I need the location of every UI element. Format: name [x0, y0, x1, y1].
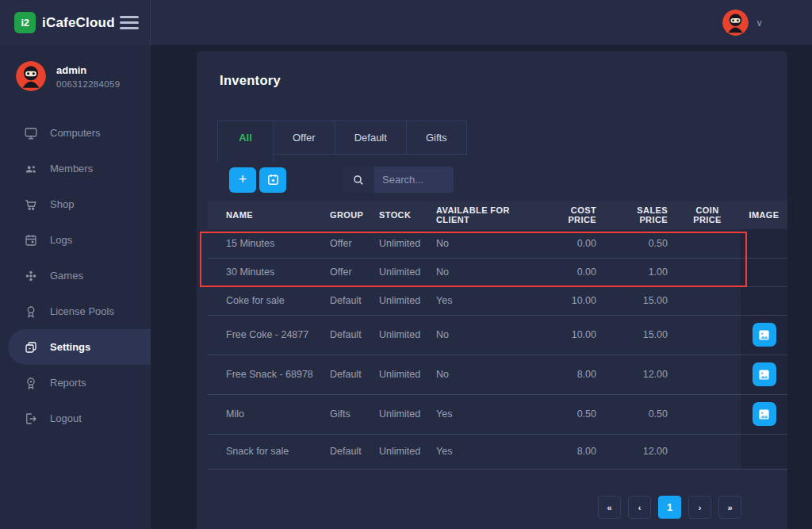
sidebar-item-label: Settings	[50, 341, 90, 353]
pagination-last-button[interactable]: »	[718, 496, 741, 519]
user-avatar[interactable]	[722, 10, 749, 36]
cell-image	[741, 286, 787, 315]
table-row: 15 Minutes Offer Unlimited No 0.00 0.50	[208, 229, 787, 258]
view-image-button[interactable]	[753, 402, 776, 426]
table-row: Coke for sale Default Unlimited Yes 10.0…	[208, 286, 787, 315]
user-avatar	[16, 61, 46, 91]
inventory-toolbar: +	[229, 167, 454, 193]
cell-sales: 12.00	[603, 355, 674, 394]
cell-available: No	[430, 315, 547, 355]
sidebar-item-members[interactable]: Members	[0, 151, 151, 186]
col-available: AVAILABLE FOR CLIENT	[430, 201, 547, 229]
sidebar-item-label: Games	[50, 270, 83, 282]
tab-default[interactable]: Default	[335, 121, 407, 155]
cell-name: Snack for sale	[208, 434, 324, 469]
cell-group: Default	[324, 434, 373, 469]
search-button[interactable]	[343, 167, 374, 193]
award-icon	[24, 305, 38, 319]
view-image-button[interactable]	[753, 323, 776, 347]
view-image-button[interactable]	[753, 362, 776, 386]
add-item-button[interactable]: +	[229, 167, 256, 193]
cell-cost: 0.00	[547, 229, 603, 258]
calendar-add-button[interactable]	[259, 167, 286, 193]
cell-stock: Unlimited	[373, 355, 430, 394]
table-row: Free Coke - 24877 Default Unlimited No 1…	[208, 315, 787, 355]
tab-offer[interactable]: Offer	[273, 121, 335, 155]
col-image: IMAGE	[741, 201, 787, 229]
cell-name: Milo	[208, 394, 324, 434]
tab-all[interactable]: All	[217, 121, 274, 162]
cell-coin	[674, 434, 741, 469]
chevron-down-icon[interactable]: ∨	[756, 17, 763, 29]
cell-stock: Unlimited	[373, 258, 430, 286]
sidebar-item-shop[interactable]: Shop	[0, 186, 151, 222]
sidebar-item-label: Logs	[50, 234, 72, 246]
sidebar-item-settings[interactable]: Settings	[8, 329, 151, 365]
cart-icon	[24, 197, 38, 212]
cell-stock: Unlimited	[373, 315, 430, 355]
page-title: Inventory	[220, 73, 281, 88]
brand-area: i2 iCafeCloud	[0, 0, 151, 45]
cell-image	[741, 434, 787, 469]
search-input[interactable]	[374, 167, 454, 193]
monitor-icon	[24, 126, 38, 140]
sidebar-item-logout[interactable]: Logout	[0, 401, 151, 436]
cell-stock: Unlimited	[373, 434, 430, 469]
col-cost-price: COST PRICE	[547, 201, 603, 229]
cell-image	[741, 229, 787, 258]
app-logo-icon: i2	[14, 12, 36, 33]
col-sales-price: SALES PRICE	[603, 201, 674, 229]
topbar: i2 iCafeCloud ∨	[0, 0, 812, 45]
brand-name: iCafeCloud	[42, 15, 115, 31]
cell-cost: 0.00	[547, 258, 603, 286]
pagination-prev-button[interactable]: ‹	[628, 496, 651, 519]
cell-available: Yes	[430, 434, 547, 469]
cell-group: Gifts	[324, 394, 373, 434]
sidebar-item-logs[interactable]: Logs	[0, 222, 151, 258]
cell-sales: 0.50	[603, 394, 674, 434]
layers-icon	[24, 340, 38, 355]
logout-icon	[24, 412, 38, 426]
sidebar-item-license-pools[interactable]: License Pools	[0, 293, 151, 329]
table-row: Milo Gifts Unlimited Yes 0.50 0.50	[208, 394, 787, 434]
calendar-icon	[24, 233, 38, 247]
sidebar-item-games[interactable]: Games	[0, 258, 151, 293]
hamburger-menu-icon[interactable]	[120, 13, 139, 33]
sidebar-item-label: Computers	[50, 127, 101, 139]
cell-group: Default	[324, 286, 373, 315]
games-icon	[24, 269, 38, 283]
cell-coin	[674, 229, 741, 258]
cell-coin	[674, 258, 741, 286]
cell-stock: Unlimited	[373, 229, 430, 258]
cell-sales: 12.00	[603, 434, 674, 469]
sidebar-item-reports[interactable]: Reports	[0, 365, 151, 401]
cell-image	[741, 394, 787, 434]
table-row: Free Snack - 68978 Default Unlimited No …	[208, 355, 787, 394]
cell-group: Offer	[324, 229, 373, 258]
pagination-first-button[interactable]: «	[598, 496, 621, 519]
pagination-page-1-button[interactable]: 1	[658, 496, 681, 519]
cell-cost: 10.00	[547, 286, 603, 315]
report-badge-icon	[24, 376, 38, 390]
cell-group: Offer	[324, 258, 373, 286]
topbar-user-menu[interactable]: ∨	[722, 10, 812, 36]
image-icon	[758, 329, 770, 341]
cell-image	[741, 315, 787, 355]
search-icon	[352, 174, 365, 186]
cell-coin	[674, 355, 741, 394]
cell-available: Yes	[430, 286, 547, 315]
sidebar-item-label: Members	[50, 163, 93, 174]
cell-name: 15 Minutes	[208, 229, 324, 258]
cell-coin	[674, 286, 741, 315]
tab-gifts[interactable]: Gifts	[406, 121, 467, 155]
cell-available: No	[430, 355, 547, 394]
cell-coin	[674, 315, 741, 355]
cell-available: No	[430, 229, 547, 258]
cell-image	[741, 258, 787, 286]
sidebar-item-label: License Pools	[50, 305, 114, 317]
pagination-next-button[interactable]: ›	[688, 496, 711, 519]
sidebar-item-computers[interactable]: Computers	[0, 115, 151, 151]
sidebar-item-label: Shop	[50, 198, 74, 210]
cell-name: 30 Minutes	[208, 258, 324, 286]
col-stock: STOCK	[373, 201, 430, 229]
